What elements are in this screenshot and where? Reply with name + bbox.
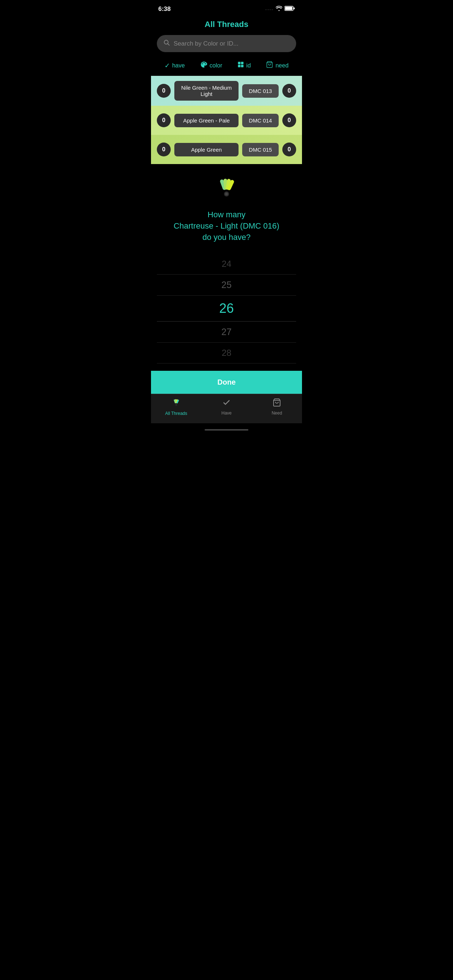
picker-number-28[interactable]: 28 <box>157 343 296 363</box>
picker-question-line2: Chartreuse - Light (DMC 016) <box>174 221 279 231</box>
filter-tab-color[interactable]: color <box>200 61 222 70</box>
thread-name-dmc014[interactable]: Apple Green - Pale <box>174 114 239 127</box>
all-threads-nav-icon <box>171 398 181 409</box>
done-button[interactable]: Done <box>158 378 295 387</box>
picker-number-27[interactable]: 27 <box>157 321 296 343</box>
need-count-dmc014[interactable]: 0 <box>282 113 296 127</box>
thread-row-dmc014[interactable]: 0 Apple Green - Pale DMC 014 0 <box>151 106 302 135</box>
picker-icon-wrap <box>157 175 296 202</box>
page-header: All Threads <box>151 16 302 35</box>
picker-number-26[interactable]: 26 <box>157 296 296 321</box>
check-filter-icon: ✓ <box>164 62 170 70</box>
filter-tab-id[interactable]: id <box>238 61 250 70</box>
nav-item-all-threads[interactable]: All Threads <box>151 398 201 416</box>
search-container: Search by Color or ID... <box>151 35 302 58</box>
picker-question-line1: How many <box>207 210 246 219</box>
status-time: 6:38 <box>158 5 171 13</box>
picker-question-line3: do you have? <box>203 232 250 242</box>
svg-rect-7 <box>238 65 241 67</box>
need-nav-icon <box>273 398 281 409</box>
thread-id-dmc015[interactable]: DMC 015 <box>242 143 279 156</box>
thread-name-dmc015[interactable]: Apple Green <box>174 143 239 156</box>
id-filter-icon <box>238 61 244 70</box>
filter-tab-need[interactable]: need <box>266 61 289 70</box>
svg-rect-6 <box>241 62 244 65</box>
status-bar: 6:38 ···· <box>151 0 302 16</box>
have-count-dmc013[interactable]: 0 <box>157 84 171 98</box>
home-indicator <box>151 423 302 433</box>
nav-label-all-threads: All Threads <box>165 411 187 416</box>
number-picker[interactable]: 24 25 26 27 28 <box>157 254 296 363</box>
svg-line-4 <box>168 44 170 46</box>
cart-filter-icon <box>266 61 273 70</box>
nav-label-need: Need <box>272 410 282 415</box>
wifi-icon <box>276 6 282 13</box>
svg-point-15 <box>225 192 228 196</box>
thread-id-dmc014[interactable]: DMC 014 <box>242 114 279 127</box>
filter-have-label: have <box>172 62 185 69</box>
svg-point-20 <box>175 404 177 406</box>
thread-row-dmc015[interactable]: 0 Apple Green DMC 015 0 <box>151 135 302 164</box>
status-icons: ···· <box>266 6 295 13</box>
svg-rect-5 <box>238 62 241 65</box>
have-count-dmc014[interactable]: 0 <box>157 113 171 127</box>
filter-id-label: id <box>246 62 250 69</box>
bottom-nav: All Threads Have Need <box>151 394 302 423</box>
nav-item-have[interactable]: Have <box>201 398 252 415</box>
search-bar[interactable]: Search by Color or ID... <box>157 35 296 52</box>
thread-id-dmc013[interactable]: DMC 013 <box>242 84 279 98</box>
battery-icon <box>284 6 295 13</box>
need-count-dmc013[interactable]: 0 <box>282 84 296 98</box>
picker-number-25[interactable]: 25 <box>157 275 296 296</box>
thread-row-dmc013[interactable]: 0 Nile Green - Medium Light DMC 013 0 <box>151 76 302 106</box>
have-count-dmc015[interactable]: 0 <box>157 143 171 156</box>
search-placeholder: Search by Color or ID... <box>174 40 239 48</box>
fan-icon <box>214 175 239 200</box>
picker-question: How many Chartreuse - Light (DMC 016) do… <box>157 209 296 243</box>
signal-icon: ···· <box>266 6 274 12</box>
home-indicator-bar <box>205 429 248 431</box>
have-nav-icon <box>222 398 231 409</box>
color-filter-icon <box>200 61 207 70</box>
search-icon <box>163 40 170 48</box>
svg-rect-1 <box>285 7 292 10</box>
filter-need-label: need <box>275 62 289 69</box>
nav-label-have: Have <box>222 410 231 415</box>
filter-color-label: color <box>210 62 222 69</box>
page-title: All Threads <box>158 20 295 29</box>
svg-rect-2 <box>293 8 295 10</box>
done-button-wrap: Done <box>151 371 302 394</box>
thread-name-dmc013[interactable]: Nile Green - Medium Light <box>174 81 239 100</box>
need-count-dmc015[interactable]: 0 <box>282 143 296 156</box>
filter-tabs: ✓ have color id need <box>151 58 302 76</box>
thread-list: 0 Nile Green - Medium Light DMC 013 0 0 … <box>151 76 302 164</box>
svg-rect-8 <box>241 65 244 67</box>
filter-tab-have[interactable]: ✓ have <box>164 62 185 70</box>
nav-item-need[interactable]: Need <box>252 398 302 415</box>
picker-number-24[interactable]: 24 <box>157 254 296 275</box>
picker-overlay: How many Chartreuse - Light (DMC 016) do… <box>151 164 302 363</box>
